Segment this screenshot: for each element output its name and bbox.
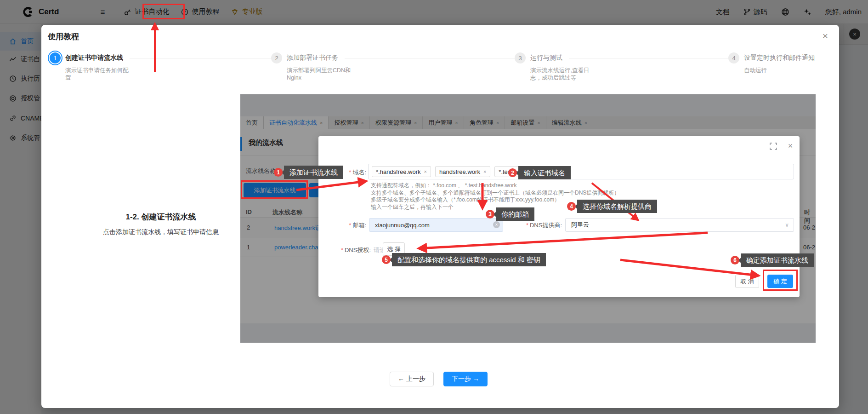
prev-step-button[interactable]: ← 上一步 — [390, 372, 434, 386]
domain-help-text: 支持通配符域名，例如： *.foo.com 、 *.test.handsfree… — [371, 182, 619, 211]
step-4: 4 设置定时执行和邮件通知 自动运行 — [728, 52, 834, 74]
step-connector — [130, 58, 271, 58]
cancel-button[interactable]: 取 消 — [735, 275, 759, 288]
tag-remove-icon[interactable]: × — [483, 169, 486, 174]
step-2-number: 2 — [271, 52, 282, 63]
dns-provider-select[interactable]: 阿里云 ∨ — [565, 218, 794, 232]
next-step-button[interactable]: 下一步 → — [443, 372, 488, 386]
email-field-label: *邮箱: — [328, 221, 366, 230]
tutorial-modal: 使用教程 × 1 创建证书申请流水线 演示证书申请任务如何配置 2 添加部署证书… — [41, 25, 839, 408]
tutorial-screenshot: 首页 证书自动化流水线× 授权管理× 权限资源管理× 用户管理× 角色管理× 邮… — [240, 94, 816, 343]
domain-tag: *.test.handsfree.work× — [494, 166, 565, 177]
step-3-number: 3 — [515, 52, 526, 63]
step-4-number: 4 — [728, 52, 739, 63]
step-connector — [345, 58, 515, 58]
clear-input-icon[interactable]: × — [493, 221, 500, 228]
step-1-number: 1 — [50, 52, 61, 63]
domain-tags-input[interactable]: *.handsfree.work× handsfree.work× *.test… — [368, 164, 794, 179]
caption-desc: 点击添加证书流水线，填写证书申请信息 — [69, 228, 253, 236]
step-connector — [569, 58, 728, 58]
domain-tag: handsfree.work× — [435, 166, 490, 177]
modal-title: 使用教程 — [48, 31, 79, 42]
domain-field-label: *域名: — [328, 168, 366, 177]
dialog-close-icon[interactable]: × — [785, 141, 795, 151]
dns-provider-label: *DNS提供商: — [509, 221, 562, 230]
tag-remove-icon[interactable]: × — [558, 169, 561, 174]
add-pipeline-dialog: × *域名: *.handsfree.work× handsfree.work×… — [318, 136, 800, 297]
step-3: 3 运行与测试 演示流水线运行,查看日志，成功后跳过等 — [515, 52, 728, 81]
tag-remove-icon[interactable]: × — [424, 169, 427, 174]
step-2: 2 添加部署证书任务 演示部署到阿里云CDN和Nginx — [271, 52, 515, 81]
modal-close-icon[interactable]: × — [819, 29, 832, 42]
dns-auth-label: *DNS授权: — [328, 246, 371, 254]
tutorial-caption: 1-2. 创建证书流水线 点击添加证书流水线，填写证书申请信息 — [69, 212, 253, 236]
chevron-down-icon: ∨ — [785, 222, 789, 228]
dns-auth-select-button[interactable]: 选 择 — [383, 242, 405, 256]
step-1: 1 创建证书申请流水线 演示证书申请任务如何配置 — [50, 52, 271, 81]
email-input[interactable]: xiaojunnuo@qq.com — [369, 218, 503, 232]
caption-title: 1-2. 创建证书流水线 — [69, 212, 253, 222]
confirm-button[interactable]: 确 定 — [767, 275, 793, 288]
domain-tag: *.handsfree.work× — [372, 166, 431, 177]
fullscreen-icon[interactable] — [770, 143, 777, 150]
